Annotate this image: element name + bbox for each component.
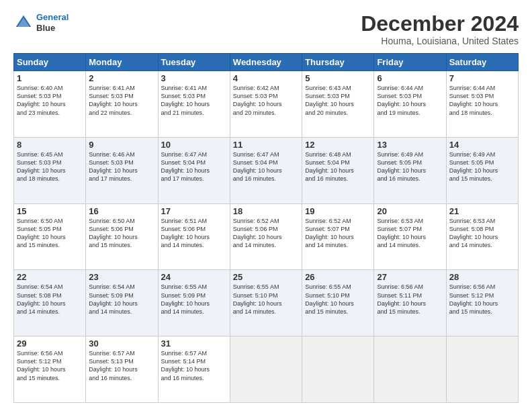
day-number: 22 [17, 272, 83, 282]
day-info: Sunrise: 6:40 AMSunset: 5:03 PMDaylight:… [17, 84, 83, 117]
day-cell-17: 17Sunrise: 6:51 AMSunset: 5:06 PMDayligh… [158, 203, 230, 270]
week-row-4: 22Sunrise: 6:54 AMSunset: 5:08 PMDayligh… [14, 270, 519, 336]
main-title: December 2024 [361, 12, 519, 36]
day-cell-27: 27Sunrise: 6:56 AMSunset: 5:11 PMDayligh… [374, 270, 446, 336]
day-info: Sunrise: 6:41 AMSunset: 5:03 PMDaylight:… [89, 84, 154, 117]
empty-cell [374, 336, 446, 403]
title-block: December 2024 Houma, Louisiana, United S… [361, 12, 519, 46]
day-number: 18 [233, 206, 299, 216]
day-number: 20 [377, 206, 443, 216]
day-number: 10 [161, 140, 227, 150]
day-cell-23: 23Sunrise: 6:54 AMSunset: 5:09 PMDayligh… [86, 270, 158, 336]
day-cell-22: 22Sunrise: 6:54 AMSunset: 5:08 PMDayligh… [14, 270, 86, 336]
day-cell-18: 18Sunrise: 6:52 AMSunset: 5:06 PMDayligh… [230, 203, 302, 270]
day-cell-5: 5Sunrise: 6:43 AMSunset: 5:03 PMDaylight… [302, 71, 374, 138]
day-cell-14: 14Sunrise: 6:49 AMSunset: 5:05 PMDayligh… [446, 137, 518, 203]
day-number: 28 [449, 272, 515, 282]
day-cell-1: 1Sunrise: 6:40 AMSunset: 5:03 PMDaylight… [14, 71, 86, 138]
day-number: 17 [161, 206, 227, 216]
day-info: Sunrise: 6:45 AMSunset: 5:03 PMDaylight:… [17, 150, 83, 183]
day-cell-24: 24Sunrise: 6:55 AMSunset: 5:09 PMDayligh… [158, 270, 230, 336]
day-info: Sunrise: 6:56 AMSunset: 5:11 PMDaylight:… [377, 283, 443, 316]
day-number: 23 [89, 272, 154, 282]
col-header-saturday: Saturday [446, 54, 518, 71]
day-info: Sunrise: 6:53 AMSunset: 5:08 PMDaylight:… [449, 217, 515, 250]
col-header-monday: Monday [86, 54, 158, 71]
day-info: Sunrise: 6:52 AMSunset: 5:06 PMDaylight:… [233, 217, 299, 250]
day-info: Sunrise: 6:51 AMSunset: 5:06 PMDaylight:… [161, 217, 227, 250]
day-number: 11 [233, 140, 299, 150]
day-info: Sunrise: 6:44 AMSunset: 5:03 PMDaylight:… [449, 84, 515, 117]
logo: General Blue [13, 12, 69, 33]
day-cell-10: 10Sunrise: 6:47 AMSunset: 5:04 PMDayligh… [158, 137, 230, 203]
calendar-table: SundayMondayTuesdayWednesdayThursdayFrid… [13, 53, 519, 403]
day-cell-7: 7Sunrise: 6:44 AMSunset: 5:03 PMDaylight… [446, 71, 518, 138]
day-cell-4: 4Sunrise: 6:42 AMSunset: 5:03 PMDaylight… [230, 71, 302, 138]
day-number: 30 [89, 338, 154, 349]
day-cell-20: 20Sunrise: 6:53 AMSunset: 5:07 PMDayligh… [374, 203, 446, 270]
page: General Blue December 2024 Houma, Louisi… [0, 0, 532, 411]
day-number: 14 [449, 140, 515, 150]
day-info: Sunrise: 6:54 AMSunset: 5:09 PMDaylight:… [89, 283, 154, 316]
col-header-wednesday: Wednesday [230, 54, 302, 71]
empty-cell [446, 336, 518, 403]
day-info: Sunrise: 6:55 AMSunset: 5:10 PMDaylight:… [233, 283, 299, 316]
day-info: Sunrise: 6:50 AMSunset: 5:05 PMDaylight:… [17, 217, 83, 250]
day-cell-9: 9Sunrise: 6:46 AMSunset: 5:03 PMDaylight… [86, 137, 158, 203]
day-number: 29 [17, 338, 83, 349]
day-info: Sunrise: 6:57 AMSunset: 5:14 PMDaylight:… [161, 349, 227, 382]
day-number: 9 [89, 140, 154, 150]
day-number: 13 [377, 140, 443, 150]
day-info: Sunrise: 6:49 AMSunset: 5:05 PMDaylight:… [449, 150, 515, 183]
day-info: Sunrise: 6:49 AMSunset: 5:05 PMDaylight:… [377, 150, 443, 183]
day-cell-30: 30Sunrise: 6:57 AMSunset: 5:13 PMDayligh… [86, 336, 158, 403]
day-number: 24 [161, 272, 227, 282]
week-row-5: 29Sunrise: 6:56 AMSunset: 5:12 PMDayligh… [14, 336, 519, 403]
day-number: 6 [377, 73, 443, 83]
day-number: 31 [161, 338, 227, 349]
day-number: 16 [89, 206, 154, 216]
day-number: 5 [305, 73, 371, 83]
day-number: 3 [161, 73, 227, 83]
day-cell-25: 25Sunrise: 6:55 AMSunset: 5:10 PMDayligh… [230, 270, 302, 336]
col-header-thursday: Thursday [302, 54, 374, 71]
day-cell-28: 28Sunrise: 6:56 AMSunset: 5:12 PMDayligh… [446, 270, 518, 336]
day-info: Sunrise: 6:47 AMSunset: 5:04 PMDaylight:… [233, 150, 299, 183]
day-number: 7 [449, 73, 515, 83]
logo-icon [13, 13, 34, 33]
col-header-tuesday: Tuesday [158, 54, 230, 71]
day-info: Sunrise: 6:43 AMSunset: 5:03 PMDaylight:… [305, 84, 371, 117]
day-info: Sunrise: 6:53 AMSunset: 5:07 PMDaylight:… [377, 217, 443, 250]
col-header-friday: Friday [374, 54, 446, 71]
day-cell-8: 8Sunrise: 6:45 AMSunset: 5:03 PMDaylight… [14, 137, 86, 203]
day-cell-2: 2Sunrise: 6:41 AMSunset: 5:03 PMDaylight… [86, 71, 158, 138]
day-info: Sunrise: 6:54 AMSunset: 5:08 PMDaylight:… [17, 283, 83, 316]
day-info: Sunrise: 6:57 AMSunset: 5:13 PMDaylight:… [89, 349, 154, 382]
day-cell-15: 15Sunrise: 6:50 AMSunset: 5:05 PMDayligh… [14, 203, 86, 270]
week-row-1: 1Sunrise: 6:40 AMSunset: 5:03 PMDaylight… [14, 71, 519, 138]
day-info: Sunrise: 6:52 AMSunset: 5:07 PMDaylight:… [305, 217, 371, 250]
day-cell-29: 29Sunrise: 6:56 AMSunset: 5:12 PMDayligh… [14, 336, 86, 403]
day-cell-16: 16Sunrise: 6:50 AMSunset: 5:06 PMDayligh… [86, 203, 158, 270]
day-info: Sunrise: 6:55 AMSunset: 5:10 PMDaylight:… [305, 283, 371, 316]
day-number: 25 [233, 272, 299, 282]
day-info: Sunrise: 6:44 AMSunset: 5:03 PMDaylight:… [377, 84, 443, 117]
empty-cell [302, 336, 374, 403]
day-info: Sunrise: 6:55 AMSunset: 5:09 PMDaylight:… [161, 283, 227, 316]
day-info: Sunrise: 6:47 AMSunset: 5:04 PMDaylight:… [161, 150, 227, 183]
day-info: Sunrise: 6:56 AMSunset: 5:12 PMDaylight:… [449, 283, 515, 316]
day-cell-13: 13Sunrise: 6:49 AMSunset: 5:05 PMDayligh… [374, 137, 446, 203]
empty-cell [230, 336, 302, 403]
logo-text: General Blue [36, 12, 69, 33]
day-number: 12 [305, 140, 371, 150]
week-row-3: 15Sunrise: 6:50 AMSunset: 5:05 PMDayligh… [14, 203, 519, 270]
day-cell-3: 3Sunrise: 6:41 AMSunset: 5:03 PMDaylight… [158, 71, 230, 138]
day-info: Sunrise: 6:56 AMSunset: 5:12 PMDaylight:… [17, 349, 83, 382]
day-cell-26: 26Sunrise: 6:55 AMSunset: 5:10 PMDayligh… [302, 270, 374, 336]
day-cell-19: 19Sunrise: 6:52 AMSunset: 5:07 PMDayligh… [302, 203, 374, 270]
day-number: 1 [17, 73, 83, 83]
day-number: 21 [449, 206, 515, 216]
day-info: Sunrise: 6:41 AMSunset: 5:03 PMDaylight:… [161, 84, 227, 117]
subtitle: Houma, Louisiana, United States [361, 36, 519, 46]
day-number: 19 [305, 206, 371, 216]
